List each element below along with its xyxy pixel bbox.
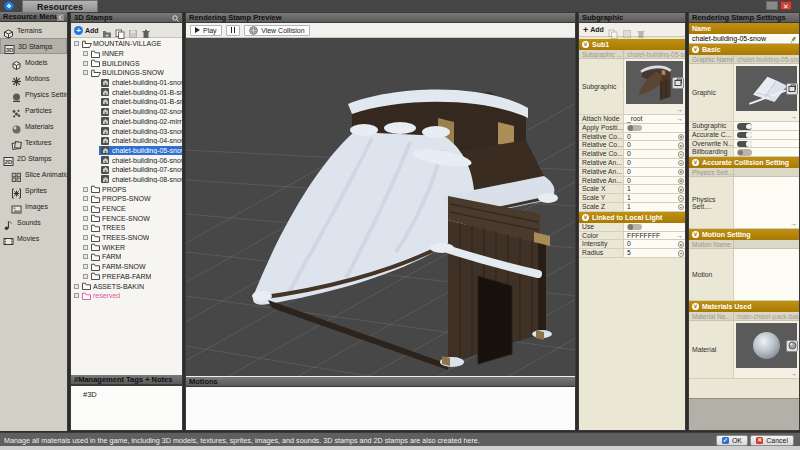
property-value[interactable]: 0	[623, 168, 685, 176]
stamp-name-field[interactable]: chalet-building-05-snow	[689, 34, 799, 44]
duplicate-icon[interactable]	[115, 25, 125, 35]
tree-item-assets-bakin[interactable]: ASSETS-BAKIN	[71, 281, 182, 291]
tree-item-chalet-building-02-snow[interactable]: chalet-building-02-snow	[71, 107, 182, 117]
view-collision-button[interactable]: View Collision	[244, 25, 309, 36]
open-detail-arrow[interactable]: →	[676, 115, 683, 123]
ok-button[interactable]: ✓OK	[716, 435, 748, 446]
sidebar-item-sounds[interactable]: Sounds	[0, 214, 67, 230]
sidebar-item-models[interactable]: Models	[0, 54, 67, 70]
property-value[interactable]: 1	[623, 185, 685, 193]
reset-icon[interactable]	[678, 151, 685, 158]
sidebar-item-images[interactable]: Images	[0, 198, 67, 214]
property-value[interactable]: 5	[623, 249, 685, 257]
new-folder-icon[interactable]: +	[102, 25, 112, 35]
basic-section-bar[interactable]: ∨Basic	[689, 44, 799, 55]
material-thumbnail[interactable]: →	[733, 321, 799, 378]
property-value[interactable]	[733, 148, 799, 156]
property-value[interactable]	[623, 124, 685, 132]
tree-item-wiker[interactable]: WIKER	[71, 242, 182, 252]
tree-item-props-snow[interactable]: PROPS-SNOW	[71, 194, 182, 204]
tree-item-chalet-building-03-snow[interactable]: chalet-building-03-snow	[71, 126, 182, 136]
add-stamp-button[interactable]: +Add	[74, 26, 99, 35]
open-detail-arrow[interactable]: →	[790, 220, 797, 227]
toggle-switch[interactable]	[627, 125, 642, 132]
property-value[interactable]: 1	[623, 194, 685, 202]
tree-expander[interactable]	[83, 206, 88, 211]
tree-expander[interactable]	[83, 196, 88, 201]
sub1-section-bar[interactable]: ∨Sub1	[579, 39, 685, 50]
open-detail-arrow[interactable]: →	[676, 232, 683, 240]
tree-expander[interactable]	[83, 216, 88, 221]
physics-value[interactable]: →	[733, 177, 799, 228]
sidebar-item-motions[interactable]: Motions	[0, 70, 67, 86]
delete-icon[interactable]	[636, 25, 646, 35]
sidebar-item-sprites[interactable]: Sprites	[0, 182, 67, 198]
tree-item-props[interactable]: PROPS	[71, 184, 182, 194]
add-subgraphic-button[interactable]: +Add	[583, 25, 604, 35]
motions-body[interactable]	[186, 387, 575, 430]
sidebar-item-slice-animation[interactable]: Slice Animation	[0, 166, 67, 182]
save-icon[interactable]	[128, 25, 138, 35]
play-button[interactable]: Play	[190, 25, 222, 36]
open-detail-arrow[interactable]: →	[790, 370, 797, 377]
tree-item-chalet-building-05-snow[interactable]: chalet-building-05-snow	[71, 146, 182, 156]
tree-item-chalet-building-08-snow[interactable]: chalet-building-08-snow	[71, 175, 182, 185]
property-value[interactable]: _root→	[623, 115, 685, 123]
reset-icon[interactable]	[678, 241, 685, 248]
graphic-thumbnail[interactable]: →	[733, 64, 799, 121]
tree-item-chalet-building-01-snow[interactable]: chalet-building-01-snow	[71, 78, 182, 88]
tree-item-trees-snow[interactable]: TREES-SNOW	[71, 233, 182, 243]
tree-item-prefab-farm[interactable]: PREFAB-FARM	[71, 272, 182, 282]
tree-item-farm-snow[interactable]: FARM-SNOW	[71, 262, 182, 272]
subgraphic-thumbnail[interactable]: →	[623, 59, 685, 114]
tree-item-chalet-building-02-mirror[interactable]: chalet-building-02-mirror	[71, 117, 182, 127]
toggle-switch[interactable]	[737, 149, 752, 156]
sidebar-item-2d-stamps[interactable]: 2D2D Stamps	[0, 150, 67, 166]
sidebar-item-terrains[interactable]: Terrains	[0, 22, 67, 38]
reset-icon[interactable]	[678, 195, 685, 202]
edit-pencil-icon[interactable]	[790, 36, 797, 45]
property-value[interactable]	[623, 223, 685, 231]
tree-expander[interactable]	[83, 70, 88, 75]
tree-item-reserved[interactable]: reserved	[71, 291, 182, 301]
replace-graphic-icon[interactable]	[786, 83, 798, 95]
search-icon[interactable]	[172, 15, 179, 25]
tree-item-buildings-snow[interactable]: BUILDINGS-SNOW	[71, 68, 182, 78]
pause-button[interactable]	[226, 25, 241, 36]
collision-section-bar[interactable]: ∨Accurate Collision Setting	[689, 157, 799, 168]
reset-icon[interactable]	[678, 204, 685, 211]
sidebar-item-textures[interactable]: Textures	[0, 134, 67, 150]
tree-expander[interactable]	[83, 254, 88, 259]
reset-icon[interactable]	[678, 178, 685, 185]
sidebar-item-physics-settings[interactable]: Physics Settings	[0, 86, 67, 102]
delete-icon[interactable]	[141, 25, 151, 35]
tree-item-trees[interactable]: TREES	[71, 223, 182, 233]
tree-expander[interactable]	[83, 187, 88, 192]
tree-item-chalet-building-07-snow[interactable]: chalet-building-07-snow	[71, 165, 182, 175]
open-detail-arrow[interactable]: →	[676, 106, 683, 113]
reset-icon[interactable]	[678, 186, 685, 193]
tree-item-farm[interactable]: FARM	[71, 252, 182, 262]
tree-expander[interactable]	[83, 274, 88, 279]
tree-item-fence-snow[interactable]: FENCE-SNOW	[71, 213, 182, 223]
tree-expander[interactable]	[83, 264, 88, 269]
tree-expander[interactable]	[74, 41, 79, 46]
reset-icon[interactable]	[678, 160, 685, 167]
reset-icon[interactable]	[678, 134, 685, 141]
motion-value[interactable]	[733, 249, 799, 300]
tree-item-chalet-building-06-snow[interactable]: chalet-building-06-snow	[71, 155, 182, 165]
preview-viewport[interactable]	[186, 38, 575, 376]
property-value[interactable]: 0	[623, 150, 685, 158]
sidebar-item-materials[interactable]: Materials	[0, 118, 67, 134]
property-value[interactable]: FFFFFFFF→	[623, 232, 685, 240]
property-value[interactable]: 0	[623, 177, 685, 185]
reset-icon[interactable]	[678, 142, 685, 149]
tree-item-chalet-building-01-b-snow[interactable]: chalet-building-01-B-snow	[71, 97, 182, 107]
property-value[interactable]	[733, 131, 799, 139]
property-value[interactable]	[733, 122, 799, 130]
property-value[interactable]: 0	[623, 141, 685, 149]
tags-body[interactable]: #3D	[71, 385, 182, 430]
open-detail-arrow[interactable]: →	[790, 113, 797, 120]
property-value[interactable]: 1	[623, 203, 685, 211]
property-value[interactable]	[733, 140, 799, 148]
